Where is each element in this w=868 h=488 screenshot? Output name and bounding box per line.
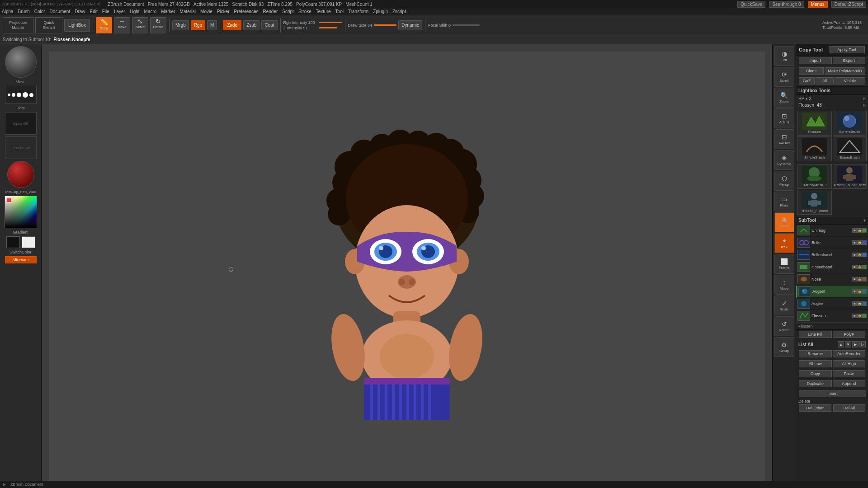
del-other-btn[interactable]: Del Other (799, 404, 831, 412)
brit-btn[interactable]: ◑ Brit (774, 46, 794, 66)
menu-alpha[interactable]: Alpha (2, 9, 14, 14)
arrow-down-btn[interactable]: ▼ (845, 341, 851, 347)
alpha-preview[interactable]: Alpha Off (5, 112, 37, 135)
copy-btn[interactable]: Copy (799, 370, 832, 377)
lightbox-spherebrush[interactable]: SphereBrush (833, 111, 867, 136)
menu-render[interactable]: Render (263, 9, 278, 14)
lock-toggle-flossen[interactable]: 🔒 (857, 314, 862, 318)
lightbox-flossen[interactable]: Flossen (797, 111, 832, 136)
color-toggle-unimug[interactable] (862, 228, 867, 233)
dots-preview[interactable] (5, 86, 37, 104)
arrow-right-btn[interactable]: ▶ (852, 341, 859, 347)
texture-preview[interactable]: Texture Off (5, 136, 37, 159)
rotate-tool-btn[interactable]: ↺ Rotate (774, 316, 794, 336)
swatch-black[interactable] (6, 236, 20, 248)
menu-stroke[interactable]: Stroke (298, 9, 311, 14)
frame-btn[interactable]: ⬜ Frame (774, 254, 794, 274)
canvas-area[interactable] (42, 44, 772, 488)
lock-toggle-unimug[interactable]: 🔒 (857, 228, 862, 233)
scroll-btn[interactable]: ⟳ Scroll (774, 67, 794, 87)
list-all-header[interactable]: List All ▲ ▼ ▶ ▷ (796, 340, 868, 349)
color-toggle-nose[interactable] (862, 277, 867, 282)
eye-toggle-brille[interactable]: 👁 (852, 240, 857, 245)
aahalf-btn[interactable]: ⊟ AAHalf (774, 129, 794, 149)
arrow-right2-btn[interactable]: ▷ (859, 341, 866, 347)
scale-btn[interactable]: ⤡ Scale (132, 17, 148, 33)
subtool-hosenband[interactable]: Hosenband 👁 🔒 (796, 261, 868, 273)
all-dropdown[interactable]: All (816, 77, 834, 84)
export-btn[interactable]: Export (833, 57, 866, 64)
z-intensity-bar[interactable] (319, 27, 337, 28)
subtool-unimug[interactable]: Unimug 👁 🔒 (796, 225, 868, 237)
lightbox-tools-header[interactable]: Lightbox Tools (796, 86, 868, 95)
menu-movie[interactable]: Movie (200, 9, 212, 14)
eye-toggle-brillenband[interactable]: 👁 (852, 253, 857, 257)
del-all-btn[interactable]: Del All (833, 404, 866, 412)
lock-toggle-brille[interactable]: 🔒 (857, 240, 862, 245)
visible-btn[interactable]: Visible (835, 77, 865, 84)
setup-btn[interactable]: ⚙ Setup (774, 337, 794, 357)
see-through-btn[interactable]: See-through 0 (769, 1, 804, 8)
apply-tool-btn[interactable]: Apply Tool (829, 46, 865, 53)
m-btn[interactable]: M (207, 20, 217, 30)
clone-btn[interactable]: Clone (799, 67, 824, 75)
color-toggle-flossen[interactable] (862, 314, 867, 318)
all-low-btn[interactable]: All Low (799, 360, 832, 367)
floor-btn[interactable]: ▭ Floor (774, 192, 794, 211)
menu-macro[interactable]: Macro (144, 9, 157, 14)
rename-btn[interactable]: Rename (799, 350, 832, 357)
lock-toggle-nose[interactable]: 🔒 (857, 277, 862, 282)
lock-toggle-hosenband[interactable]: 🔒 (857, 265, 862, 269)
color-toggle-brille[interactable] (862, 240, 867, 245)
color-toggle-hosenband[interactable] (862, 265, 867, 269)
focal-shift-bar[interactable] (453, 24, 480, 26)
menu-texture[interactable]: Texture (316, 9, 331, 14)
goz-btn[interactable]: GoZ (799, 77, 815, 84)
subtool-brillenband[interactable]: Brillenband 👁 🔒 (796, 249, 868, 261)
arrow-up-btn[interactable]: ▲ (838, 341, 844, 347)
import-btn[interactable]: Import (799, 57, 832, 64)
lock-toggle-augen[interactable]: 🔒 (857, 301, 862, 306)
lightbox-eraserbrush[interactable]: EraserBrush (833, 136, 867, 161)
menu-zscript[interactable]: Zscript (392, 9, 406, 14)
zadd-btn[interactable]: Zadd (223, 20, 241, 30)
projection-master-btn[interactable]: Projection Master (3, 17, 33, 33)
color-toggle-brillenband[interactable] (862, 253, 867, 257)
menu-script[interactable]: Script (282, 9, 294, 14)
menus-btn[interactable]: Menus (808, 1, 828, 8)
persp-btn[interactable]: ⬡ Persp (774, 171, 794, 191)
dynamic-btn[interactable]: Dynamic (398, 20, 422, 30)
polyf-btn[interactable]: PolyF (833, 331, 866, 338)
draw-btn[interactable]: ✏️ Draw (96, 17, 112, 33)
lock-toggle-brillenband[interactable]: 🔒 (857, 253, 862, 257)
brush-preview[interactable] (5, 46, 37, 78)
subtool-augent[interactable]: Augent 👁 🔒 (796, 286, 868, 298)
insert-btn[interactable]: Insert (799, 390, 866, 397)
menu-picker[interactable]: Picker (217, 9, 230, 14)
lightbox-tmpolymesh[interactable]: TMPolyMesh_1 (797, 164, 832, 189)
menu-preferences[interactable]: Preferences (234, 9, 259, 14)
menu-zplugin[interactable]: Zplugin (373, 9, 388, 14)
subtool-nose[interactable]: Nose 👁 🔒 (796, 273, 868, 286)
make-polymesh-btn[interactable]: Make PolyMesh3D (825, 67, 865, 75)
doc-label[interactable]: ZBrush Document (108, 2, 144, 7)
rotate-btn[interactable]: ↻ Rotate (150, 17, 166, 33)
menu-file[interactable]: File (102, 9, 109, 14)
subtool-header[interactable]: SubTool ▾ (796, 216, 868, 225)
eye-toggle-augent[interactable]: 👁 (852, 289, 857, 294)
actual-btn[interactable]: ⊡ Actual (774, 108, 794, 128)
rgb-intensity-bar[interactable] (319, 22, 342, 23)
quick-save-btn[interactable]: QuickSave (737, 1, 765, 8)
menu-layer[interactable]: Layer (114, 9, 125, 14)
menu-light[interactable]: Light (130, 9, 140, 14)
swatch-white[interactable] (22, 236, 35, 248)
lock-toggle-augent[interactable]: 🔒 (857, 289, 862, 294)
menu-transform[interactable]: Transform (348, 9, 368, 14)
duplicate-btn[interactable]: Duplicate (799, 380, 832, 387)
coat-btn[interactable]: Coat (261, 20, 277, 30)
color-toggle-augen[interactable] (862, 301, 867, 306)
zsub-btn[interactable]: Zsub (243, 20, 259, 30)
lightbox-simplebrush[interactable]: SimpleBrush (797, 136, 832, 161)
mrgb-btn[interactable]: Mrgb (172, 20, 189, 30)
menu-brush[interactable]: Brush (18, 9, 30, 14)
